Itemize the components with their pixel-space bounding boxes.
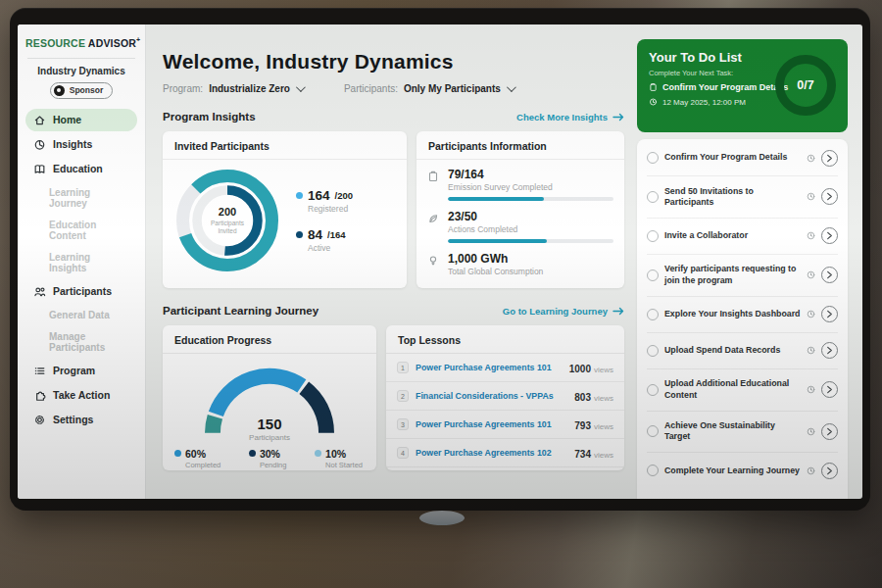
task-row: Complete Your Learning Journey: [647, 452, 838, 488]
clock-icon: [807, 346, 815, 355]
lesson-link[interactable]: Power Purchase Agreements 101: [416, 363, 563, 372]
lesson-row: 3 Power Purchase Agreements 101 793views: [386, 410, 624, 438]
task-checkbox[interactable]: [647, 309, 659, 320]
donut-center-label: Participants Invited: [204, 220, 251, 235]
task-chevron-button[interactable]: [821, 381, 838, 398]
dashboard-screen: RESOURCE ADVISOR+ Industry Dynamics Spon…: [18, 24, 862, 499]
legend-dot-registered: [296, 192, 303, 199]
legend-item: 30% Pending: [249, 448, 287, 469]
task-checkbox[interactable]: [647, 384, 659, 396]
task-row: Upload Additional Educational Content: [647, 368, 838, 411]
leaf-icon: [427, 213, 440, 243]
sponsor-label: Sponsor: [70, 85, 103, 95]
task-checkbox[interactable]: [647, 345, 659, 357]
sidebar-item-participants[interactable]: Participants: [25, 280, 137, 303]
lesson-row: 4 Power Purchase Agreements 102 734views: [386, 438, 624, 466]
program-filter-value: Industrialize Zero: [209, 83, 290, 94]
participants-dropdown[interactable]: Participants: Only My Participants: [344, 83, 514, 94]
checklist-icon: [649, 82, 658, 92]
sidebar-item-learning-journey[interactable]: Learning Journey: [25, 182, 137, 214]
lesson-link[interactable]: Power Purchase Agreements 101: [416, 419, 567, 429]
task-row: Invite a Collaborator: [647, 218, 838, 254]
sidebar-item-education-content[interactable]: Education Content: [25, 215, 137, 246]
clock-icon: [807, 427, 815, 436]
clock-icon: [807, 270, 815, 279]
sidebar-item-take-action[interactable]: Take Action: [25, 384, 137, 407]
monitor-bezel: RESOURCE ADVISOR+ Industry Dynamics Spon…: [10, 8, 870, 511]
task-chevron-button[interactable]: [821, 463, 838, 479]
sidebar-item-home[interactable]: Home: [25, 109, 137, 131]
gauge-center-label: Participants: [196, 433, 343, 442]
bulb-icon: [427, 255, 440, 276]
program-filter-label: Program:: [163, 83, 203, 94]
collapse-tasks-link[interactable]: Collapse Tasks: [647, 488, 838, 499]
task-checkbox[interactable]: [647, 425, 659, 437]
task-row: Verify participants requesting to join t…: [647, 254, 838, 296]
logo-resource: RESOURCE: [25, 37, 85, 49]
learning-cards-row: Education Progress 150 Participants: [163, 325, 624, 470]
home-icon: [33, 114, 46, 126]
go-to-learning-journey-link[interactable]: Go to Learning Journey: [503, 306, 624, 317]
card-title: Participants Information: [416, 131, 624, 160]
clock-icon: [807, 192, 815, 201]
progress-bar: [448, 197, 613, 201]
todo-due-date: 12 May 2025, 12:00 PM: [662, 98, 746, 107]
task-checkbox[interactable]: [647, 465, 659, 476]
task-checkbox[interactable]: [647, 152, 659, 164]
check-more-insights-link[interactable]: Check More Insights: [516, 112, 624, 122]
clock-icon: [649, 97, 658, 107]
sidebar-item-program[interactable]: Program: [25, 360, 137, 382]
task-chevron-button[interactable]: [821, 306, 838, 322]
sidebar-item-insights[interactable]: Insights: [25, 133, 137, 156]
sidebar-item-settings[interactable]: Settings: [25, 409, 137, 431]
sidebar-item-learning-insights[interactable]: Learning Insights: [25, 247, 137, 278]
task-row: Confirm Your Program Details: [647, 140, 838, 175]
lesson-link[interactable]: Power Purchase Agreements 102: [416, 448, 567, 458]
sidebar-item-education[interactable]: Education: [25, 158, 137, 180]
card-title: Invited Participants: [163, 131, 407, 160]
learning-journey-header: Participant Learning Journey Go to Learn…: [163, 305, 624, 317]
task-checkbox[interactable]: [647, 270, 659, 281]
sidebar-item-manage-participants[interactable]: Manage Participants: [25, 326, 137, 358]
chevron-down-icon: [507, 82, 516, 92]
clock-icon: [807, 466, 815, 475]
legend-dot-pending: [249, 450, 256, 457]
program-dropdown[interactable]: Program: Industrialize Zero: [163, 83, 303, 94]
main-content: Welcome, Industry Dynamics Program: Indu…: [163, 24, 624, 499]
gauge-center-value: 150: [196, 416, 343, 432]
lesson-row: 1 Power Purchase Agreements 101 1000view…: [386, 354, 624, 381]
logo-plus: +: [136, 36, 140, 43]
chevron-down-icon: [296, 82, 306, 92]
legend-dot-completed: [174, 450, 181, 457]
task-chevron-button[interactable]: [821, 267, 838, 283]
sponsor-icon: [54, 85, 65, 96]
task-chevron-button[interactable]: [821, 423, 838, 440]
todo-hero-card: Your To Do List Complete Your Next Task:…: [637, 39, 848, 132]
logo-advisor: ADVISOR: [88, 37, 136, 49]
stat-global-consumption: 1,000 GWh Total Global Consumption: [427, 252, 613, 276]
app-logo: RESOURCE ADVISOR+: [25, 36, 137, 49]
legend-dot-not-started: [315, 450, 321, 457]
participants-information-card: Participants Information 79/164 Emission…: [416, 131, 624, 288]
sidebar-item-general-data[interactable]: General Data: [25, 305, 137, 325]
task-chevron-button[interactable]: [821, 227, 838, 244]
lesson-link[interactable]: Financial Considerations - VPPAs: [416, 391, 567, 401]
todo-next-task: Confirm Your Program Details: [662, 82, 788, 92]
section-title-program-insights: Program Insights: [163, 111, 256, 122]
education-progress-card: Education Progress 150 Participants: [163, 325, 376, 470]
progress-bar: [448, 239, 613, 243]
program-insights-header: Program Insights Check More Insights: [163, 111, 624, 122]
insights-cards-row: Invited Participants 200 Participants In…: [163, 131, 624, 288]
task-checkbox[interactable]: [647, 230, 659, 242]
invited-participants-card: Invited Participants 200 Participants In…: [163, 131, 407, 288]
task-chevron-button[interactable]: [821, 342, 838, 359]
legend-item: 164 /200 Registered: [296, 188, 353, 214]
sidebar-nav: Home Insights Education Learning Journey…: [25, 109, 137, 431]
task-chevron-button[interactable]: [821, 150, 838, 167]
lesson-row: 5 Power Purchase Agreements 103 600views: [386, 466, 624, 470]
education-icon: [33, 163, 46, 175]
program-icon: [33, 365, 46, 377]
task-checkbox[interactable]: [647, 191, 659, 203]
clock-icon: [807, 154, 815, 163]
task-chevron-button[interactable]: [821, 188, 838, 205]
